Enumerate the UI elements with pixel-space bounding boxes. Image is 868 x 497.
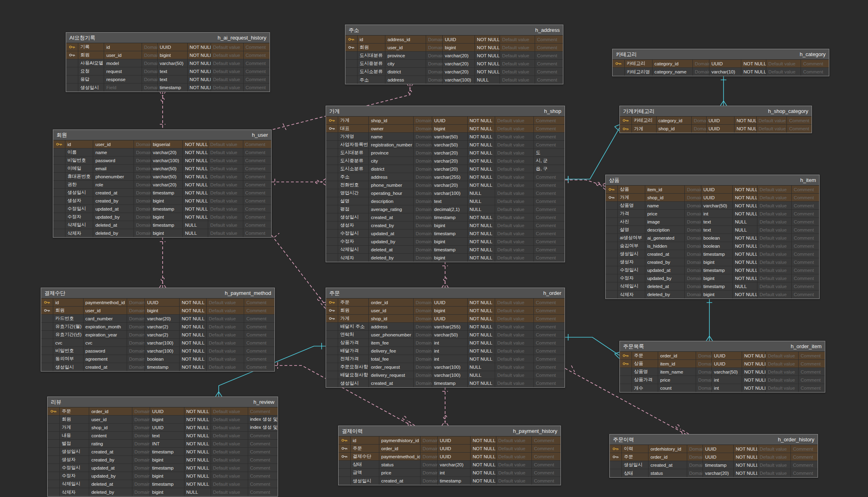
table-h_payment_history[interactable]: 결제이력h_payment_historyidpaymenthistory_id…: [338, 426, 561, 485]
table-titlebar[interactable]: 회원h_user: [53, 130, 271, 140]
field-row-deleted_at[interactable]: 삭제일시deleted_atDomaintimestampNULLDefault…: [606, 282, 819, 290]
field-row-created_at[interactable]: 생성일시created_atDomaintimestampNOT NULLDef…: [606, 250, 819, 258]
field-row-order_id[interactable]: 주문order_idDomainUUIDNOT NULLDefault valu…: [610, 453, 818, 461]
field-row-order_id[interactable]: 주문order_idDomainUUIDNOT NULLDefault valu…: [620, 352, 825, 360]
field-row-user_id[interactable]: iduser_idDomainbigserialNOT NULLDefault …: [53, 140, 271, 148]
field-row-item_id[interactable]: 상품item_idDomainUUIDNOT NULLDefault value…: [620, 360, 825, 368]
field-row-name[interactable]: 이름nameDomainvarchar(20)NOT NULLDefault v…: [53, 148, 271, 157]
field-row-province[interactable]: 도시대분류provinceDomainvarchar(20)NOT NULLDe…: [345, 52, 563, 60]
field-row-response[interactable]: 응답responseDomaintextNOT NULLDefault valu…: [66, 75, 270, 84]
field-row-order_id[interactable]: 주문order_idDomainUUIDNOT NULLDefault valu…: [339, 445, 561, 453]
field-row-is_hidden[interactable]: 숨김여부is_hiddenDomainbooleanNOT NULLDefaul…: [606, 242, 819, 250]
table-h_item[interactable]: 상품h_item상품item_idDomainUUIDNOT NULLDefau…: [605, 175, 820, 299]
field-row-user_phonenumber[interactable]: 연락처user_phonenumberDomainvarchar(50)NOT …: [326, 331, 565, 339]
field-row-rating[interactable]: 별점ratingDomainINTNOT NULLDefault valueCo…: [48, 440, 278, 448]
field-row-name[interactable]: 가게명nameDomainvarchar(50)NOT NULLDefault …: [326, 133, 565, 141]
table-h_category[interactable]: 카테고리h_category카테고리category_idDomainUUIDN…: [612, 49, 829, 76]
field-row-model[interactable]: 사용AI모델modelDomainvarchar(50)NOT NULLDefa…: [66, 59, 270, 67]
field-row-updated_by[interactable]: 수정자updated_byDomainbigintNOT NULLDefault…: [48, 472, 278, 480]
field-row-created_by[interactable]: 생성자created_byDomainbigintNOT NULLDefault…: [48, 456, 278, 464]
field-row-updated_at[interactable]: 수정일시updated_atDomaintimestampNOT NULLDef…: [326, 230, 565, 238]
field-row-created_by[interactable]: 생성자created_byDomainbigintNOT NULLDefault…: [326, 221, 565, 230]
field-row-city[interactable]: 도시중분류cityDomainvarchar(20)NOT NULLDefaul…: [326, 157, 565, 165]
field-row-item_fee[interactable]: 상품가격item_feeDomainintNOT NULLDefault val…: [326, 339, 565, 347]
field-row-delivery_fee[interactable]: 배달가격delivery_feeDomainintNOT NULLDefault…: [326, 347, 565, 355]
field-row-created_by[interactable]: 생성자created_byDomainbigintNOT NULLDefault…: [53, 197, 271, 205]
field-row-image[interactable]: 사진imageDomaintextNULLDefault valueCommen…: [606, 218, 819, 226]
field-row-shop_id[interactable]: 가게shop_idDomainUUIDNOT NULLDefault value…: [620, 125, 812, 133]
field-row-updated_at[interactable]: 수정일시updated_atDomaintimestampNOT NULLDef…: [53, 205, 271, 213]
field-row-cvc[interactable]: cvccvcDomainvarchar(100)NOT NULLDefault …: [41, 339, 274, 347]
table-h_user[interactable]: 회원h_useriduser_idDomainbigserialNOT NULL…: [53, 129, 272, 238]
erd-canvas[interactable]: AI요청기록h_ai_request_history기록idDomainUUID…: [0, 0, 868, 497]
field-row-phone_number[interactable]: 전화번호phone_numberDomainvarchar(20)NOT NUL…: [326, 181, 565, 189]
field-row-phonenumber[interactable]: 휴대폰번호phonenumberDomainvarchar(50)NOT NUL…: [53, 173, 271, 181]
field-row-user_id[interactable]: 회원user_idDomainbigintNOT NULLDefault val…: [326, 307, 565, 315]
field-row-deleted_by[interactable]: 삭제자deleted_byDomainbigintNOT NULLDefault…: [326, 254, 565, 262]
field-row-created_at[interactable]: 생성일시created_atDomaintimestampNOT NULLDef…: [53, 189, 271, 197]
table-titlebar[interactable]: 가게h_shop: [326, 106, 565, 117]
table-h_order_item[interactable]: 주문목록h_order_item주문order_idDomainUUIDNOT …: [619, 341, 825, 393]
field-row-created_at[interactable]: 생성일시created_atDomaintimestampNOT NULLDef…: [326, 213, 565, 221]
field-row-operating_hour[interactable]: 영업시간operating_hourDomainvarchar(100)NULL…: [326, 189, 565, 197]
field-row-expiration_month[interactable]: 유효기간(월)expiration_monthDomainvarchar(2)N…: [41, 323, 274, 331]
field-row-deleted_by[interactable]: 삭제자deleted_byDomainbigintNULLDefault val…: [48, 488, 278, 496]
field-row-registration_number[interactable]: 사업자등록번호registration_numberDomainvarchar(…: [326, 141, 565, 149]
field-row-ai_generated[interactable]: ai생성여부ai_generatedDomainbooleanNOT NULLD…: [606, 234, 819, 242]
field-row-created_at[interactable]: 생성일시created_atDomaintimestampNOT NULLDef…: [326, 379, 565, 387]
field-row-deleted_at[interactable]: 삭제일시deleted_atDomaintimestampNOT NULLDef…: [326, 246, 565, 254]
table-h_ai_request_history[interactable]: AI요청기록h_ai_request_history기록idDomainUUID…: [66, 32, 270, 92]
field-row-address[interactable]: 배달지 주소addressDomainvarchar(255)NOT NULLD…: [326, 323, 565, 331]
field-row-total_fee[interactable]: 전체가격total_feeDomainintNOT NULLDefault va…: [326, 355, 565, 363]
field-row-user_id[interactable]: 회원user_idDomainbigintNOT NULLDefault val…: [41, 307, 274, 315]
table-titlebar[interactable]: 결제수단h_payment_method: [41, 288, 274, 299]
table-h_payment_method[interactable]: 결제수단h_payment_methodidpaymentmethod_idDo…: [41, 288, 275, 372]
field-row-updated_at[interactable]: 수정일시updated_atDomaintimestampNOT NULLDef…: [48, 464, 278, 472]
field-row-description[interactable]: 설명descriptionDomaintextNULLDefault value…: [606, 226, 819, 234]
field-row-category_name[interactable]: 카테고리명category_nameDomainvarchar(10)NOT N…: [613, 68, 829, 76]
field-row-address[interactable]: 주소addressDomainvarchar(100)NULLDefault v…: [345, 76, 563, 84]
field-row-paymentmethod_id[interactable]: 결제수단paymentmethod_idDomainUUIDNOT NULLDe…: [339, 453, 561, 461]
field-row-deleted_by[interactable]: 삭제자deleted_byDomainbigintNULLDefault val…: [53, 229, 271, 237]
field-row-order_id[interactable]: 주문order_idDomainUUIDNOT NULLDefault valu…: [326, 299, 565, 307]
field-row-paymenthistory_id[interactable]: idpaymenthistory_idDomainUUIDNOT NULLDef…: [339, 436, 561, 445]
field-row-created_at[interactable]: 생성일시created_atDomaintimestampNOT NULLDef…: [41, 363, 274, 371]
field-row-count[interactable]: 개수countDomainintNOT NULLDefault valueCom…: [620, 384, 825, 392]
field-row-item_id[interactable]: 상품item_idDomainUUIDNOT NULLDefault value…: [606, 186, 819, 194]
table-titlebar[interactable]: 주문목록h_order_item: [620, 341, 825, 352]
field-row-province[interactable]: 도시대분류provinceDomainvarchar(20)NOT NULLDe…: [326, 149, 565, 157]
field-row-orderhistory_id[interactable]: 이력orderhistory_idDomainUUIDNOT NULLDefau…: [610, 445, 818, 453]
field-row-created_at[interactable]: 생성일시created_atDomaintimestampNOT NULLDef…: [610, 461, 818, 469]
table-titlebar[interactable]: 카테고리h_category: [613, 49, 829, 60]
field-row-name[interactable]: 상품명nameDomainvarchar(50)NOT NULLDefault …: [606, 202, 819, 210]
field-row-content[interactable]: 내용contentDomaintextNOT NULLDefault value…: [48, 432, 278, 440]
field-row-status[interactable]: 상태statusDomainvarchar(20)NOT NULLDefault…: [610, 469, 818, 477]
table-titlebar[interactable]: 주소h_address: [345, 25, 563, 36]
field-row-shop_id[interactable]: 가게shop_idDomainUUIDNOT NULLDefault value…: [326, 117, 565, 125]
field-row-user_id[interactable]: 회원user_idDomainbigintNOT NULLDefault val…: [66, 51, 270, 59]
field-row-id[interactable]: 기록idDomainUUIDNOT NULLDefault valueComme…: [66, 43, 270, 51]
table-titlebar[interactable]: 주문이력h_order_history: [610, 434, 818, 445]
field-row-shop_id[interactable]: 가게shop_idDomainUUIDNOT NULLDefault value…: [606, 194, 819, 202]
field-row-email[interactable]: 이메일emailDomainvarchar(50)NOT NULLDefault…: [53, 165, 271, 173]
field-row-card_number[interactable]: 카드번호card_numberDomainvarchar(20)NOT NULL…: [41, 315, 274, 323]
field-row-deleted_at[interactable]: 삭제일시deleted_atDomaintimestampNULLDefault…: [53, 221, 271, 229]
table-titlebar[interactable]: AI요청기록h_ai_request_history: [66, 33, 270, 43]
field-row-Field[interactable]: 생성일시FieldDomaintimestampNOT NULLDefault …: [66, 84, 270, 92]
table-titlebar[interactable]: 결제이력h_payment_history: [339, 426, 561, 436]
field-row-district[interactable]: 도시소분류districtDomainvarchar(20)NOT NULLDe…: [326, 165, 565, 173]
field-row-updated_by[interactable]: 수정자updated_byDomainbigintNOT NULLDefault…: [326, 238, 565, 246]
field-row-city[interactable]: 도시중분류cityDomainvarchar(20)NOT NULLDefaul…: [345, 60, 563, 68]
table-titlebar[interactable]: 가게카테고리h_shop_category: [620, 106, 812, 117]
field-row-average_rating[interactable]: 평점average_ratingDomaindecimal(2,1)NULLDe…: [326, 205, 565, 213]
field-row-description[interactable]: 설명descriptionDomaintextNULLDefault value…: [326, 197, 565, 205]
field-row-address[interactable]: 주소addressDomainvarchar(255)NOT NULLDefau…: [326, 173, 565, 181]
table-h_shop_category[interactable]: 가게카테고리h_shop_category카테고리category_idDoma…: [619, 106, 812, 133]
field-row-price[interactable]: 금액priceDomainintNOT NULLDefault valueCom…: [339, 469, 561, 477]
field-row-user_id[interactable]: 회원user_idDomainbigintNOT NULLDefault val…: [48, 416, 278, 424]
field-row-password[interactable]: 비밀번호passwordDomainvarchar(100)NOT NULLDe…: [53, 157, 271, 165]
field-row-address_id[interactable]: idaddress_idDomainUUIDNOT NULLDefault va…: [345, 36, 563, 44]
field-row-role[interactable]: 권한roleDomainvarchar(20)NOT NULLDefault v…: [53, 181, 271, 189]
field-row-created_at[interactable]: 생성일시created_atDomaintimestampNOT NULLDef…: [339, 477, 561, 485]
field-row-delivery_request[interactable]: 배달요청사항delivery_requestDomainvarchar(100)…: [326, 371, 565, 379]
